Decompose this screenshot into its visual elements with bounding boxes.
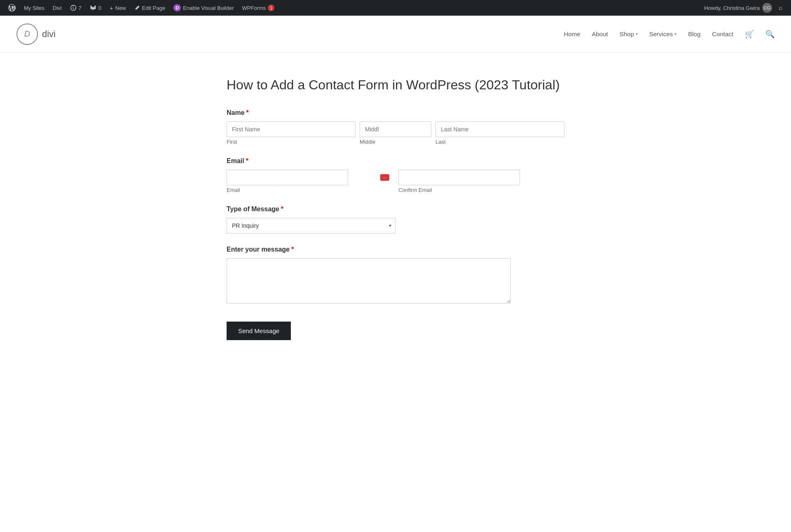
edit-page-label: Edit Page (142, 5, 165, 11)
last-sublabel: Last (435, 139, 564, 145)
middle-name-input[interactable] (360, 121, 431, 137)
wpforms-item[interactable]: WPForms 1 (239, 0, 278, 16)
logo-letter: D (24, 29, 30, 39)
email-section: Email* ··· Email Confirm Email (227, 157, 564, 193)
wp-logo-item[interactable] (5, 0, 19, 16)
site-logo[interactable]: D divi (16, 23, 56, 45)
message-type-section: Type of Message* PR Inquiry General Inqu… (227, 205, 564, 233)
nav-contact-label: Contact (712, 30, 733, 37)
nav-about[interactable]: About (592, 30, 608, 37)
send-button[interactable]: Send Message (227, 322, 291, 340)
nav-shop-label: Shop (620, 30, 634, 37)
site-name: divi (42, 29, 56, 40)
enable-vb-item[interactable]: D Enable Visual Builder (170, 0, 237, 16)
email-fields: ··· Email Confirm Email (227, 170, 564, 193)
my-sites-item[interactable]: My Sites (21, 0, 48, 16)
nav-services-arrow: ▾ (674, 32, 676, 36)
divi-item[interactable]: Divi (49, 0, 65, 16)
comments-item[interactable]: 0 (87, 0, 105, 16)
message-type-required: * (281, 205, 283, 212)
enable-vb-label: Enable Visual Builder (183, 5, 234, 11)
first-name-wrap: First (227, 121, 356, 145)
confirm-email-input[interactable] (398, 170, 520, 185)
admin-bar-right: Howdy, Christina Gwira CG ⌕ (704, 3, 786, 13)
wpforms-label: WPForms (242, 5, 266, 11)
confirm-email-wrap: Confirm Email (398, 170, 564, 193)
last-name-input[interactable] (435, 121, 564, 137)
email-wrap: ··· Email (227, 170, 393, 193)
message-textarea[interactable] (227, 258, 511, 303)
middle-sublabel: Middle (360, 139, 431, 145)
edit-page-item[interactable]: Edit Page (131, 0, 168, 16)
main-content: How to Add a Contact Form in WordPress (… (210, 77, 581, 340)
middle-name-wrap: Middle (360, 121, 431, 145)
name-required: * (246, 109, 249, 116)
divi-label: Divi (53, 5, 62, 11)
first-name-input[interactable] (227, 121, 356, 137)
nav-shop-arrow: ▾ (636, 32, 638, 36)
avatar: CG (762, 3, 772, 13)
last-name-wrap: Last (435, 121, 564, 145)
howdy-text: Howdy, Christina Gwira (704, 5, 760, 11)
logo-circle: D (16, 23, 38, 45)
nav-blog[interactable]: Blog (688, 30, 700, 37)
message-type-select[interactable]: PR Inquiry General Inquiry Support Other (227, 218, 396, 233)
name-fields: First Middle Last (227, 121, 564, 145)
site-search-icon[interactable]: 🔍 (765, 30, 775, 39)
admin-bar-left: My Sites Divi 7 0 + New Edit Page D Enab… (5, 0, 704, 16)
site-nav: Home About Shop ▾ Services ▾ Blog Contac… (564, 30, 775, 39)
nav-services[interactable]: Services ▾ (649, 30, 677, 37)
site-header: D divi Home About Shop ▾ Services ▾ Blog… (0, 16, 791, 53)
divi-d-icon: D (173, 4, 181, 12)
nav-shop[interactable]: Shop ▾ (620, 30, 638, 37)
email-required: * (246, 157, 248, 164)
contact-form: Name* First Middle Last Email* (227, 109, 564, 340)
admin-search-icon[interactable]: ⌕ (775, 4, 786, 12)
updates-count: 7 (79, 5, 82, 11)
message-type-select-wrap: PR Inquiry General Inquiry Support Other… (227, 218, 396, 233)
first-sublabel: First (227, 139, 356, 145)
message-label: Enter your message* (227, 246, 564, 253)
updates-item[interactable]: 7 (67, 0, 85, 16)
nav-services-label: Services (649, 30, 673, 37)
nav-blog-label: Blog (688, 30, 700, 37)
message-type-label: Type of Message* (227, 205, 564, 213)
email-input[interactable] (227, 170, 348, 185)
cart-icon[interactable]: 🛒 (745, 30, 754, 39)
message-required: * (291, 246, 294, 253)
email-dots-badge: ··· (380, 174, 389, 181)
comments-count: 0 (98, 5, 101, 11)
nav-home[interactable]: Home (564, 30, 580, 37)
name-label: Name* (227, 109, 564, 117)
new-item[interactable]: + New (106, 0, 129, 16)
email-label: Email* (227, 157, 564, 165)
page-title: How to Add a Contact Form in WordPress (… (227, 77, 564, 93)
nav-about-label: About (592, 30, 608, 37)
confirm-email-sublabel: Confirm Email (398, 187, 564, 193)
name-section: Name* First Middle Last (227, 109, 564, 145)
admin-bar: My Sites Divi 7 0 + New Edit Page D Enab… (0, 0, 791, 16)
message-section: Enter your message* (227, 246, 564, 305)
my-sites-label: My Sites (24, 5, 44, 11)
new-label: New (115, 5, 126, 11)
nav-contact[interactable]: Contact (712, 30, 733, 37)
email-input-wrap: ··· (227, 170, 393, 185)
email-sublabel: Email (227, 187, 393, 193)
wpforms-badge: 1 (268, 5, 274, 11)
nav-home-label: Home (564, 30, 580, 37)
howdy-area: Howdy, Christina Gwira CG (704, 3, 772, 13)
